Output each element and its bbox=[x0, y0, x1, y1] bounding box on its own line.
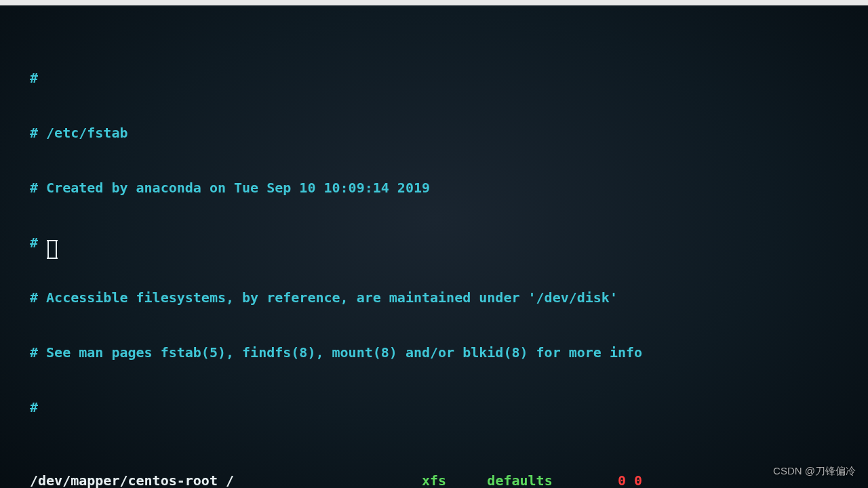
watermark-text: CSDN @刀锋偏冷 bbox=[773, 462, 856, 480]
terminal-screen: # # /etc/fstab # Created by anaconda on … bbox=[0, 0, 868, 488]
comment-line: # bbox=[30, 234, 854, 252]
mountpoint: / bbox=[226, 472, 234, 488]
fstab-entry-root: /dev/mapper/centos-root / xfs defaults 0… bbox=[30, 472, 854, 488]
comment-line: # bbox=[30, 399, 854, 417]
window-top-edge bbox=[0, 0, 868, 5]
comment-line: # See man pages fstab(5), findfs(8), mou… bbox=[30, 344, 854, 362]
mouse-ibeam-cursor-icon bbox=[47, 241, 57, 258]
pass: 0 bbox=[634, 472, 642, 488]
comment-line: # bbox=[30, 69, 854, 87]
fstype: xfs bbox=[422, 472, 446, 488]
comment-line: # Accessible filesystems, by reference, … bbox=[30, 289, 854, 307]
device: /dev/mapper/centos-root bbox=[30, 472, 218, 488]
vi-editor-area[interactable]: # # /etc/fstab # Created by anaconda on … bbox=[30, 33, 854, 488]
options: defaults bbox=[487, 472, 552, 488]
comment-line: # /etc/fstab bbox=[30, 124, 854, 142]
comment-line: # Created by anaconda on Tue Sep 10 10:0… bbox=[30, 179, 854, 197]
dump: 0 bbox=[618, 472, 626, 488]
